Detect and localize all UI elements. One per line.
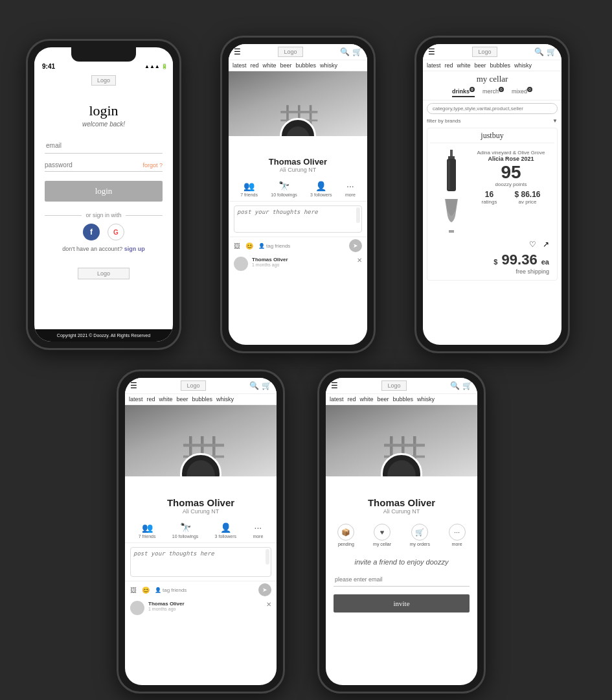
- hamburger-icon-p2[interactable]: ☰: [130, 381, 137, 390]
- svg-rect-3: [280, 111, 317, 113]
- forgot-link[interactable]: forgot ?: [142, 162, 163, 169]
- nav-icons-profile: 🔍 🛒: [340, 47, 362, 56]
- post-box-p2: [130, 547, 271, 577]
- followers-icon-p2: 👤: [220, 522, 231, 533]
- profile-info-p2: Thomas Oliver Ali Curung NT: [125, 497, 277, 519]
- email-input[interactable]: [45, 138, 163, 154]
- canvas: 9:41 ▲▲▲ 🔋 Logo login welcome back! forg…: [0, 0, 612, 700]
- filter-dropdown-icon[interactable]: ▼: [552, 118, 558, 124]
- action-my-orders[interactable]: 🛒 my orders: [410, 524, 430, 546]
- mixed-badge: 0: [527, 87, 532, 92]
- comment-row: Thomas Oliver 1 months ago ✕: [229, 254, 367, 274]
- post-textarea[interactable]: [237, 209, 359, 227]
- nav-logo-profile: Logo: [278, 47, 302, 57]
- ratings-num: 16: [481, 190, 497, 199]
- send-button-p2[interactable]: ➤: [258, 583, 271, 596]
- cart-icon-cellar[interactable]: 🛒: [547, 47, 556, 56]
- nav-whisky-c[interactable]: whisky: [514, 62, 532, 69]
- signup-link[interactable]: sign up: [124, 246, 145, 252]
- login-button[interactable]: login: [45, 181, 163, 202]
- invite-button[interactable]: invite: [334, 594, 470, 612]
- password-input[interactable]: [45, 161, 142, 169]
- nav-bubbles-i[interactable]: bubbles: [393, 396, 414, 402]
- glass-svg: [442, 198, 460, 233]
- nav-beer-c[interactable]: beer: [475, 62, 486, 69]
- nav-red-i[interactable]: red: [348, 396, 356, 402]
- hamburger-icon[interactable]: ☰: [234, 47, 241, 56]
- free-shipping: free shipping: [430, 268, 554, 277]
- nav-whisky-p2[interactable]: whisky: [216, 396, 234, 402]
- copyright-text: Copyright 2021 © Doozzy. All Rights Rese…: [34, 329, 173, 342]
- nav-beer[interactable]: beer: [280, 62, 292, 69]
- nav-beer-p2[interactable]: beer: [177, 396, 188, 402]
- profile-location-invite: Ali Curung NT: [331, 508, 472, 515]
- image-icon-p2[interactable]: 🖼: [130, 587, 137, 594]
- close-comment-button-p2[interactable]: ✕: [266, 601, 271, 608]
- send-button[interactable]: ➤: [349, 239, 362, 252]
- hamburger-icon-invite[interactable]: ☰: [331, 381, 338, 390]
- justbuy-label: justbuy: [430, 131, 554, 143]
- nav-latest[interactable]: latest: [232, 62, 247, 69]
- nav-whisky[interactable]: whisky: [320, 62, 337, 69]
- nav-whisky-i[interactable]: whisky: [417, 396, 435, 402]
- share-icon[interactable]: ↗: [543, 240, 549, 249]
- tag-friends-btn[interactable]: 👤 tag friends: [258, 243, 290, 249]
- emoji-icon-p2[interactable]: 😊: [142, 587, 150, 594]
- nav-latest-i[interactable]: latest: [330, 396, 344, 402]
- phone-invite: ☰ Logo 🔍 🛒 latest red white beer bubbles…: [317, 369, 486, 694]
- cellar-search-input[interactable]: [427, 103, 558, 114]
- tag-friends-btn-p2[interactable]: 👤 tag friends: [155, 587, 187, 593]
- nav-beer-i[interactable]: beer: [378, 396, 389, 402]
- nav-white-c[interactable]: white: [457, 62, 471, 69]
- tab-drinks[interactable]: drinks0: [452, 87, 475, 97]
- close-comment-button[interactable]: ✕: [357, 257, 362, 264]
- post-textarea-p2[interactable]: [133, 550, 268, 571]
- action-pending[interactable]: 📦 pending: [337, 524, 354, 546]
- search-icon-cellar[interactable]: 🔍: [534, 47, 544, 56]
- nav-latest-p2[interactable]: latest: [129, 396, 143, 402]
- hamburger-icon-cellar[interactable]: ☰: [428, 47, 435, 56]
- welcome-text: welcome back!: [45, 121, 163, 128]
- social-icons-row: f G: [45, 224, 163, 240]
- phone-profile-2: ☰ Logo 🔍 🛒 latest red white beer bubbles…: [117, 369, 285, 694]
- profile-name-p2: Thomas Oliver: [130, 497, 271, 508]
- search-icon-p2[interactable]: 🔍: [249, 381, 259, 390]
- bottom-logo: Logo: [78, 268, 130, 279]
- cart-icon-p2[interactable]: 🛒: [262, 381, 271, 390]
- friends-icon-p2: 👥: [142, 522, 153, 533]
- nav-red-c[interactable]: red: [445, 62, 453, 69]
- nav-red-p2[interactable]: red: [147, 396, 155, 402]
- cart-icon-invite[interactable]: 🛒: [462, 381, 472, 390]
- google-icon[interactable]: G: [108, 224, 124, 240]
- nav-latest-c[interactable]: latest: [427, 62, 441, 69]
- followings-count: 10 followings: [271, 192, 297, 197]
- nav-bubbles-c[interactable]: bubbles: [490, 62, 511, 69]
- image-icon[interactable]: 🖼: [234, 242, 240, 250]
- more-icon: ···: [346, 181, 354, 191]
- nav-bar-invite: ☰ Logo 🔍 🛒: [326, 378, 477, 394]
- tab-mixed[interactable]: mixed0: [512, 87, 532, 97]
- comment-time: 1 months ago: [252, 262, 353, 267]
- search-icon[interactable]: 🔍: [340, 47, 350, 56]
- emoji-icon[interactable]: 😊: [245, 242, 253, 250]
- nav-red[interactable]: red: [251, 62, 259, 69]
- action-my-cellar[interactable]: ♥ my cellar: [373, 524, 391, 546]
- stat-more-p2[interactable]: ··· more: [253, 522, 263, 539]
- facebook-icon[interactable]: f: [83, 224, 100, 240]
- wishlist-icon[interactable]: ♡: [529, 240, 536, 249]
- svg-rect-8: [448, 160, 450, 190]
- nav-bubbles[interactable]: bubbles: [296, 62, 317, 69]
- doozzy-points: doozzy points: [473, 181, 549, 187]
- nav-bubbles-p2[interactable]: bubbles: [192, 396, 213, 402]
- nav-white[interactable]: white: [263, 62, 277, 69]
- action-more[interactable]: ··· more: [449, 524, 466, 546]
- product-card: Adina vineyard & Olive Grove Alicia Rose…: [430, 146, 554, 237]
- search-icon-invite[interactable]: 🔍: [450, 381, 460, 390]
- nav-white-i[interactable]: white: [360, 396, 374, 402]
- svg-rect-6: [448, 156, 455, 159]
- tab-merch[interactable]: merch0: [482, 87, 504, 97]
- invite-email-input[interactable]: [334, 573, 470, 587]
- stat-more[interactable]: ··· more: [345, 181, 356, 197]
- cart-icon[interactable]: 🛒: [352, 47, 362, 56]
- nav-white-p2[interactable]: white: [159, 396, 173, 402]
